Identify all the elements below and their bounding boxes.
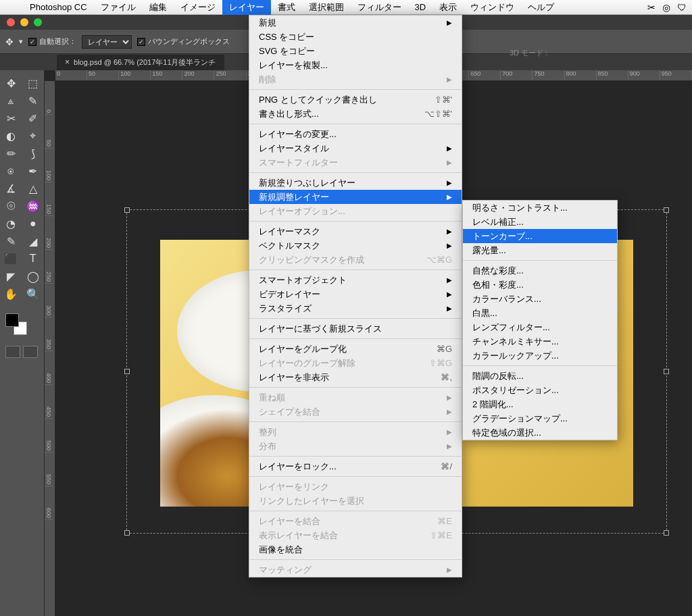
menu-item[interactable]: レイヤーに基づく新規スライス <box>249 322 462 336</box>
tool-button[interactable]: ✒ <box>22 162 45 180</box>
menu-item[interactable]: レイヤースタイル▶ <box>249 141 462 155</box>
edit-mode-button[interactable] <box>5 346 20 358</box>
transform-handle[interactable] <box>124 369 130 374</box>
tool-button[interactable]: ⬚ <box>22 74 45 92</box>
foreground-color-swatch[interactable] <box>5 313 19 327</box>
menu-item[interactable]: ベクトルマスク▶ <box>249 238 462 253</box>
status-icon[interactable]: ◎ <box>662 2 670 13</box>
menubar-item[interactable]: ヘルプ <box>521 0 561 15</box>
menubar-item[interactable]: 書式 <box>271 0 302 15</box>
tool-button[interactable]: △ <box>22 180 45 197</box>
menu-item[interactable]: レイヤーマスク▶ <box>249 224 462 238</box>
tool-button[interactable]: ✂ <box>0 109 22 127</box>
menu-item[interactable]: PNG としてクイック書き出し⇧⌘' <box>249 93 462 107</box>
menu-item[interactable]: ポスタリゼーション... <box>463 383 617 397</box>
menu-item[interactable]: 白黒... <box>463 306 617 320</box>
menubar-item[interactable]: フィルター <box>351 0 408 15</box>
tool-button[interactable]: T <box>22 250 45 267</box>
tool-button[interactable]: ✎ <box>22 92 45 109</box>
menu-item[interactable]: 画像を統合 <box>249 542 462 557</box>
menu-item[interactable]: CSS をコピー <box>249 30 462 44</box>
transform-handle[interactable] <box>124 207 130 213</box>
menu-item[interactable]: 自然な彩度... <box>463 263 617 278</box>
menu-item[interactable]: 色相・彩度... <box>463 278 617 292</box>
tool-button[interactable]: ⟁ <box>0 92 22 109</box>
transform-handle[interactable] <box>664 207 669 213</box>
minimize-window-button[interactable] <box>20 18 28 26</box>
status-icon[interactable]: ✂ <box>647 2 656 13</box>
tool-button[interactable]: ⬛ <box>0 250 22 267</box>
menu-item[interactable]: レイヤーを非表示⌘, <box>249 370 462 384</box>
menu-item[interactable]: ラスタライズ▶ <box>249 301 462 315</box>
auto-select-checkbox[interactable]: ✓自動選択： <box>28 36 76 47</box>
menu-item[interactable]: トーンカーブ... <box>463 229 617 243</box>
tool-button[interactable]: ∡ <box>0 180 22 197</box>
tool-button[interactable]: ✐ <box>22 109 45 127</box>
menu-item[interactable]: レンズフィルター... <box>463 320 617 334</box>
transform-handle[interactable] <box>664 369 669 374</box>
menu-item[interactable]: レイヤーをロック...⌘/ <box>249 459 462 473</box>
transform-handle[interactable] <box>124 530 130 536</box>
color-swatches[interactable] <box>5 313 27 335</box>
status-icon[interactable]: 🛡 <box>677 2 687 13</box>
menu-item[interactable]: 明るさ・コントラスト... <box>463 201 617 215</box>
menu-item[interactable]: レイヤーを複製... <box>249 58 462 72</box>
menubar-item[interactable]: 表示 <box>432 0 464 15</box>
bounding-box-checkbox[interactable]: ✓バウンディングボックス <box>137 36 230 47</box>
dropdown-arrow-icon[interactable]: ▾ <box>19 37 23 46</box>
menubar-item[interactable]: 3D <box>408 0 433 15</box>
menu-item[interactable]: レベル補正... <box>463 215 617 229</box>
menu-item[interactable]: 新規塗りつぶしレイヤー▶ <box>249 176 462 190</box>
menubar-item[interactable]: ファイル <box>94 0 143 15</box>
tool-button[interactable]: ◐ <box>0 127 22 145</box>
menu-item[interactable]: カラーバランス... <box>463 292 617 306</box>
menu-item[interactable]: 2 階調化... <box>463 397 617 411</box>
new-adjustment-layer-submenu[interactable]: 明るさ・コントラスト...レベル補正...トーンカーブ...露光量...自然な彩… <box>462 200 618 440</box>
close-window-button[interactable] <box>7 18 15 26</box>
tool-button[interactable]: ⍟ <box>0 162 22 180</box>
menu-item[interactable]: カラールックアップ... <box>463 349 617 363</box>
menu-item[interactable]: チャンネルミキサー... <box>463 334 617 349</box>
menubar-item[interactable]: イメージ <box>174 0 222 15</box>
menu-item[interactable]: SVG をコピー <box>249 44 462 58</box>
tool-button[interactable]: ⦾ <box>0 197 22 215</box>
tool-button[interactable]: ◢ <box>22 232 45 250</box>
menu-item[interactable]: 露光量... <box>463 243 617 257</box>
tool-button[interactable]: ● <box>22 215 45 232</box>
menu-item: レイヤーをリンク <box>249 480 462 494</box>
zoom-window-button[interactable] <box>34 18 42 26</box>
menu-item[interactable]: レイヤーをグループ化⌘G <box>249 342 462 356</box>
menu-item[interactable]: スマートオブジェクト▶ <box>249 273 462 287</box>
auto-select-target[interactable]: レイヤー <box>82 35 132 49</box>
close-tab-icon[interactable]: × <box>65 57 70 67</box>
tool-button[interactable]: ✥ <box>0 74 22 92</box>
tool-button[interactable]: ✏ <box>0 145 22 162</box>
menu-item[interactable]: 書き出し形式...⌥⇧⌘' <box>249 107 462 121</box>
menu-item[interactable]: ビデオレイヤー▶ <box>249 287 462 301</box>
tool-button[interactable]: 🔍 <box>22 285 45 303</box>
menu-item[interactable]: 新規調整レイヤー▶ <box>249 190 462 204</box>
screen-mode-button[interactable] <box>23 346 38 358</box>
menubar-item[interactable]: レイヤー <box>222 0 271 15</box>
tool-button[interactable]: ✎ <box>0 232 22 250</box>
layer-menu-dropdown[interactable]: 新規▶CSS をコピーSVG をコピーレイヤーを複製...削除▶PNG としてク… <box>249 15 462 578</box>
menu-item[interactable]: 特定色域の選択... <box>463 426 617 440</box>
menubar-item[interactable]: ウィンドウ <box>464 0 521 15</box>
menu-item[interactable]: 新規▶ <box>249 16 462 30</box>
transform-handle[interactable] <box>664 530 669 536</box>
tool-button[interactable]: ⟆ <box>22 145 45 162</box>
menubar-item[interactable]: Photoshop CC <box>23 0 94 15</box>
menubar-item[interactable]: 選択範囲 <box>302 0 351 15</box>
threed-mode-label: 3D モード : <box>510 48 547 58</box>
tool-button[interactable]: ♒ <box>22 197 45 215</box>
document-tab[interactable]: × blog.psd @ 66.7% (2017年11月後半ランチ <box>57 55 224 70</box>
menu-item[interactable]: レイヤー名の変更... <box>249 127 462 141</box>
menubar-item[interactable]: 編集 <box>143 0 174 15</box>
menu-item[interactable]: グラデーションマップ... <box>463 411 617 426</box>
tool-button[interactable]: ◯ <box>22 267 45 285</box>
tool-button[interactable]: ✋ <box>0 285 22 303</box>
menu-item[interactable]: 階調の反転... <box>463 369 617 383</box>
tool-button[interactable]: ◔ <box>0 215 22 232</box>
tool-button[interactable]: ⌖ <box>22 127 45 145</box>
tool-button[interactable]: ◤ <box>0 267 22 285</box>
